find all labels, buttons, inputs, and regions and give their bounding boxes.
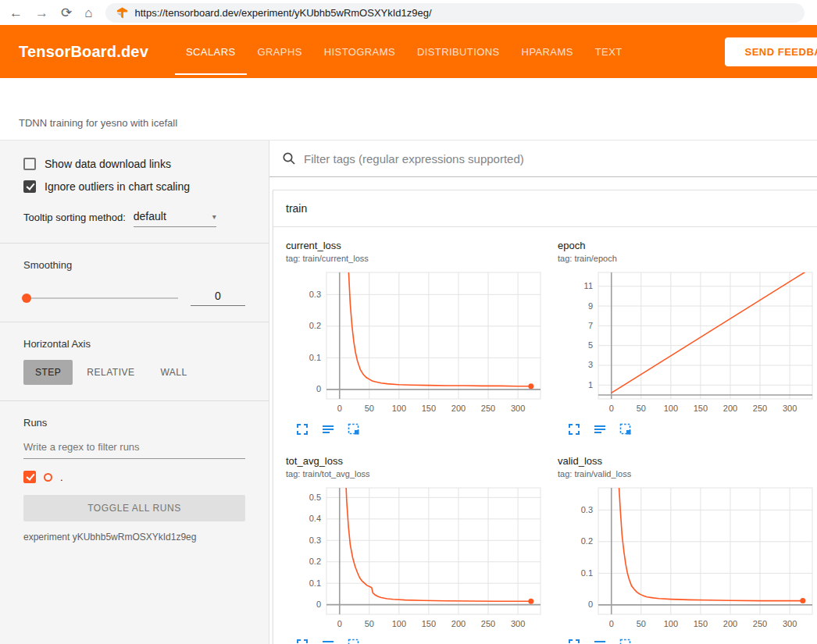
ignore-outliers-checkbox[interactable] — [23, 180, 36, 193]
svg-text:0.1: 0.1 — [581, 568, 593, 578]
tab-scalars[interactable]: SCALARS — [175, 25, 247, 78]
svg-text:0: 0 — [609, 619, 614, 628]
fit-domain-icon[interactable] — [619, 422, 633, 436]
fit-domain-icon[interactable] — [347, 422, 361, 436]
runs-label: Runs — [23, 417, 245, 429]
chart-tag: tag: train/epoch — [558, 254, 817, 263]
tooltip-sorting-dropdown[interactable]: default ▾ — [134, 210, 216, 227]
tag-filter-input[interactable] — [304, 152, 805, 165]
chart-tag: tag: train/tot_avg_loss — [286, 469, 551, 479]
tab-distributions[interactable]: DISTRIBUTIONS — [406, 25, 511, 78]
home-icon[interactable]: ⌂ — [84, 6, 92, 20]
svg-text:0: 0 — [337, 619, 342, 628]
svg-text:300: 300 — [511, 619, 525, 628]
svg-text:200: 200 — [451, 404, 466, 413]
svg-text:300: 300 — [511, 404, 525, 413]
search-icon — [282, 151, 296, 165]
line-chart-current-loss[interactable]: 00.10.20.3050100150200250300 — [286, 268, 548, 419]
svg-text:50: 50 — [637, 619, 646, 628]
line-chart-epoch[interactable]: 1357911050100150200250300 — [558, 268, 817, 419]
svg-text:100: 100 — [392, 404, 406, 413]
fit-domain-icon[interactable] — [347, 638, 361, 644]
svg-text:150: 150 — [422, 404, 436, 413]
smoothing-slider-thumb[interactable] — [22, 294, 31, 303]
tensorboard-favicon — [116, 7, 128, 19]
send-feedback-button[interactable]: SEND FEEDBACK — [725, 37, 817, 66]
svg-text:0.1: 0.1 — [309, 578, 321, 588]
url-text: https://tensorboard.dev/experiment/yKUbh… — [135, 7, 432, 19]
chart-card-epoch: epoch tag: train/epoch 13579110501001502… — [558, 240, 817, 436]
axis-wall-button[interactable]: WALL — [148, 360, 198, 385]
svg-text:0.4: 0.4 — [309, 514, 321, 523]
svg-text:300: 300 — [783, 404, 797, 413]
svg-text:0.3: 0.3 — [309, 535, 321, 545]
svg-text:150: 150 — [422, 619, 436, 628]
run-color-swatch-icon — [44, 473, 52, 482]
fit-domain-icon[interactable] — [619, 638, 633, 644]
svg-text:3: 3 — [588, 360, 593, 369]
toggle-all-runs-button[interactable]: TOGGLE ALL RUNS — [23, 495, 245, 521]
ignore-outliers-checkbox-row[interactable]: Ignore outliers in chart scaling — [23, 180, 245, 193]
svg-text:200: 200 — [723, 619, 737, 628]
forward-icon[interactable]: → — [35, 6, 48, 20]
svg-text:0.3: 0.3 — [309, 290, 321, 299]
experiment-id-caption: experiment yKUbhb5wRmOSXYkId1z9eg — [23, 532, 245, 543]
chevron-down-icon: ▾ — [212, 212, 216, 221]
svg-text:200: 200 — [723, 404, 737, 413]
chart-toolbar — [567, 422, 817, 436]
chart-toolbar — [295, 638, 551, 644]
smoothing-value-input[interactable]: 0 — [191, 290, 245, 306]
tab-graphs[interactable]: GRAPHS — [247, 25, 313, 78]
show-download-links-checkbox[interactable] — [23, 158, 36, 170]
runs-list-icon[interactable] — [593, 422, 607, 436]
show-download-links-checkbox-row[interactable]: Show data download links — [23, 158, 245, 170]
svg-text:50: 50 — [365, 619, 374, 628]
line-chart-tot-avg-loss[interactable]: 00.10.20.30.40.5050100150200250300 — [286, 483, 548, 635]
refresh-icon[interactable]: ⟳ — [61, 6, 72, 20]
axis-step-button[interactable]: STEP — [23, 360, 73, 385]
svg-text:7: 7 — [588, 321, 593, 330]
fullscreen-icon[interactable] — [567, 422, 581, 436]
runs-filter-input[interactable] — [23, 435, 245, 459]
fullscreen-icon[interactable] — [295, 422, 309, 436]
address-bar[interactable]: https://tensorboard.dev/experiment/yKUbh… — [105, 3, 805, 23]
line-chart-valid-loss[interactable]: 00.10.20.3050100150200250300 — [558, 483, 817, 635]
tab-text[interactable]: TEXT — [584, 25, 633, 78]
svg-text:0.2: 0.2 — [309, 557, 321, 566]
smoothing-slider[interactable] — [23, 297, 178, 299]
run-list-item[interactable]: . — [23, 471, 245, 483]
tag-group-title[interactable]: train — [273, 190, 817, 227]
tab-histograms[interactable]: HISTOGRAMS — [313, 25, 406, 78]
experiment-title-band: TDNN training for yesno with icefall — [0, 78, 817, 141]
back-icon[interactable]: ← — [9, 6, 23, 20]
browser-toolbar: ← → ⟳ ⌂ https://tensorboard.dev/experime… — [0, 0, 817, 25]
fullscreen-icon[interactable] — [567, 638, 581, 644]
chart-tag: tag: train/current_loss — [286, 254, 551, 263]
svg-text:11: 11 — [584, 281, 593, 290]
sidebar-divider — [0, 322, 269, 322]
runs-list-icon[interactable] — [321, 422, 335, 436]
tensorboard-app: ← → ⟳ ⌂ https://tensorboard.dev/experime… — [0, 0, 817, 644]
axis-relative-button[interactable]: RELATIVE — [75, 360, 146, 385]
experiment-title: TDNN training for yesno with icefall — [19, 117, 177, 129]
chart-title: epoch — [558, 240, 817, 251]
tooltip-sorting-label: Tooltip sorting method: — [23, 212, 126, 227]
svg-text:0: 0 — [609, 404, 614, 413]
app-header: TensorBoard.dev SCALARS GRAPHS HISTOGRAM… — [0, 25, 817, 78]
svg-text:0: 0 — [588, 600, 593, 609]
chart-tag: tag: train/valid_loss — [558, 469, 817, 479]
scalars-dashboard: train current_loss tag: train/current_lo… — [269, 141, 817, 644]
tab-hparams[interactable]: HPARAMS — [511, 25, 584, 78]
runs-list-icon[interactable] — [321, 638, 335, 644]
chart-toolbar — [567, 638, 817, 644]
tooltip-sorting-value: default — [134, 210, 166, 222]
run-checkbox[interactable] — [23, 471, 36, 483]
nav-tabs: SCALARS GRAPHS HISTOGRAMS DISTRIBUTIONS … — [175, 25, 633, 78]
show-download-links-label: Show data download links — [45, 158, 171, 170]
ignore-outliers-label: Ignore outliers in chart scaling — [45, 180, 190, 193]
fullscreen-icon[interactable] — [295, 638, 309, 644]
svg-text:150: 150 — [694, 619, 708, 628]
svg-text:0.2: 0.2 — [309, 321, 321, 330]
runs-list-icon[interactable] — [593, 638, 607, 644]
svg-text:50: 50 — [637, 404, 646, 413]
